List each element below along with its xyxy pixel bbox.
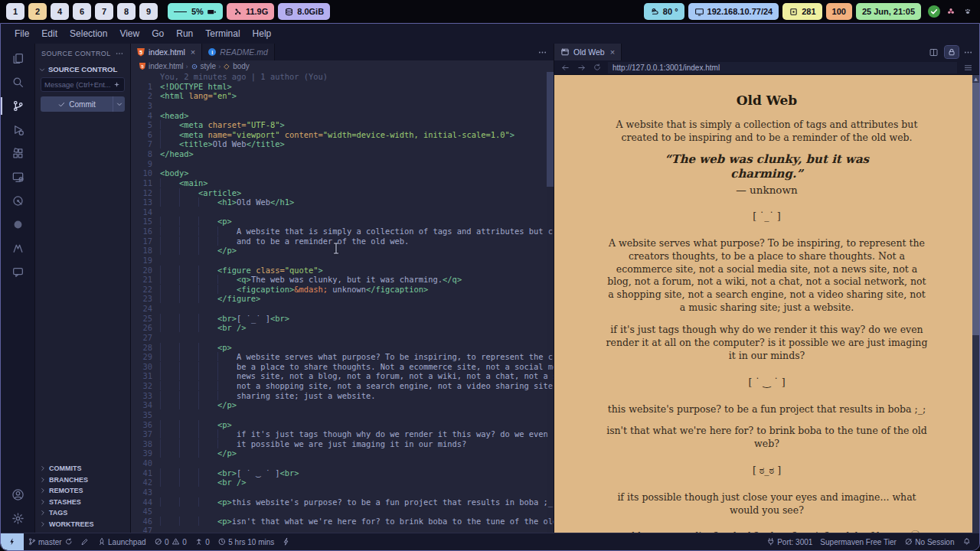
code-editor[interactable]: You, 2 minutes ago | 1 author (You)1<!DO… — [131, 72, 554, 533]
activity-remote-explorer[interactable] — [1, 165, 34, 189]
activity-extensions[interactable] — [1, 142, 34, 165]
line-number: 7 — [131, 139, 160, 149]
editor-group: 5 index.html × i README.md 5index.html›s… — [131, 44, 554, 533]
menu-item-view[interactable]: View — [113, 26, 145, 41]
commit-message-input[interactable] — [44, 80, 110, 89]
activity-source-control[interactable] — [1, 94, 34, 118]
more-actions-icon[interactable] — [115, 49, 124, 58]
line-number: 19 — [131, 256, 160, 266]
editor-scrollbar-thumb[interactable] — [547, 72, 554, 187]
network-text: 192.168.10.77/24 — [707, 7, 773, 16]
workspace-button-7[interactable]: 7 — [95, 3, 113, 20]
hamburger-menu-icon[interactable] — [963, 63, 973, 73]
workspace-button-8[interactable]: 8 — [117, 3, 136, 20]
preview-scrollbar[interactable]: ▲ — [972, 75, 979, 533]
statusbar-supermaven-status[interactable]: Supermaven Free Tier — [816, 533, 900, 550]
commit-dropdown[interactable] — [113, 96, 125, 112]
activity-accounts[interactable] — [1, 485, 34, 509]
breadcrumb-item-style[interactable]: style — [201, 62, 217, 70]
tab-index-html[interactable]: 5 index.html × — [131, 44, 202, 60]
statusbar-launchpad[interactable]: Launchpad — [93, 533, 150, 550]
breadcrumb-item-body[interactable]: body — [233, 62, 250, 70]
activity-live-share[interactable] — [1, 189, 34, 213]
battery-badge[interactable]: 5% — [168, 3, 223, 20]
statusbar-notifications[interactable] — [959, 533, 975, 550]
workspace-button-9[interactable]: 9 — [139, 3, 158, 20]
statusbar-wakatime[interactable]: 5 hrs 10 mins — [214, 533, 279, 550]
sidebar-title: SOURCE CONTROL — [41, 50, 111, 57]
statusbar-gitlens[interactable] — [77, 533, 93, 550]
activity-run-and-debug[interactable] — [1, 118, 34, 142]
network-badge[interactable]: 192.168.10.77/24 — [688, 3, 779, 20]
preview-scrollbar-thumb[interactable] — [972, 83, 979, 335]
tab-label: README.md — [220, 47, 267, 57]
section-tags[interactable]: TAGS — [35, 507, 130, 519]
indent-guide — [160, 468, 217, 478]
editor-scrollbar[interactable] — [547, 72, 554, 533]
statusbar-power-mode[interactable] — [278, 533, 295, 550]
menu-item-edit[interactable]: Edit — [35, 26, 64, 41]
updates-badge[interactable]: 281 — [782, 3, 822, 20]
workspace-button-6[interactable]: 6 — [73, 3, 91, 20]
section-worktrees[interactable]: WORKTREES — [35, 519, 130, 530]
tray-flower[interactable] — [945, 5, 957, 18]
indent-guide — [160, 497, 217, 507]
activity-search[interactable] — [1, 70, 34, 94]
activity-supermaven[interactable] — [1, 236, 34, 260]
back-icon[interactable] — [560, 63, 570, 73]
commit-button[interactable]: Commit — [41, 96, 125, 112]
editor-more-actions[interactable] — [531, 44, 554, 60]
datetime-badge[interactable]: 25 Jun, 21:05 — [856, 3, 921, 20]
memory-badge[interactable]: 11.9G — [227, 3, 274, 20]
activity-chat[interactable] — [1, 260, 34, 284]
split-editor-icon[interactable] — [926, 46, 940, 58]
tab-readme-md[interactable]: i README.md — [202, 44, 274, 60]
statusbar-feedback[interactable]: 0 — [191, 533, 214, 550]
statusbar-port[interactable]: Port: 3001 — [763, 533, 817, 550]
workspace-button-4[interactable]: 4 — [51, 3, 69, 20]
menu-item-help[interactable]: Help — [247, 26, 278, 41]
activity-settings[interactable] — [1, 509, 34, 533]
line-content — [160, 507, 554, 517]
activity-explorer[interactable] — [1, 47, 34, 70]
menu-item-go[interactable]: Go — [145, 26, 170, 41]
menu-item-selection[interactable]: Selection — [64, 26, 113, 41]
reload-icon[interactable] — [593, 63, 602, 72]
line-number: 35 — [131, 410, 160, 420]
forward-icon[interactable] — [577, 63, 586, 73]
tray-paw[interactable] — [962, 5, 974, 18]
tab-old-web-preview[interactable]: Old Web × — [554, 44, 622, 60]
menu-item-run[interactable]: Run — [170, 26, 199, 41]
close-icon[interactable]: × — [191, 47, 195, 57]
menu-item-terminal[interactable]: Terminal — [199, 26, 246, 41]
statusbar-remote-indicator[interactable] — [1, 533, 24, 550]
statusbar-problems[interactable]: 00 — [150, 533, 191, 550]
more-actions-icon[interactable] — [963, 47, 973, 57]
menu-item-file[interactable]: File — [8, 26, 35, 41]
workspace-button-1[interactable]: 1 — [6, 3, 24, 20]
scroll-up-arrow[interactable]: ▲ — [972, 75, 979, 82]
indent-guide — [160, 517, 217, 526]
disk-badge[interactable]: 8.0GiB — [278, 3, 330, 20]
tray-check[interactable] — [928, 5, 940, 18]
code-line: 25 <br>[ ˙_˙ ]<br> — [131, 314, 554, 324]
source-control-section-row[interactable]: SOURCE CONTROL — [35, 64, 130, 75]
url-input[interactable]: http://127.0.0.1:3001/index.html — [608, 62, 957, 73]
token: A website serves what purpose? To be ins… — [237, 352, 554, 361]
breadcrumb-item-indexhtml[interactable]: index.html — [149, 62, 184, 70]
close-icon[interactable]: × — [610, 47, 615, 57]
section-remotes[interactable]: REMOTES — [35, 485, 130, 497]
browser-icon — [560, 47, 570, 57]
volume-badge[interactable]: 100 — [826, 3, 852, 20]
section-commits[interactable]: COMMITS — [35, 463, 130, 474]
section-stashes[interactable]: STASHES — [35, 497, 130, 508]
lock-icon[interactable] — [945, 46, 959, 58]
weather-badge[interactable]: 80 ° — [644, 3, 684, 20]
activity-docker[interactable] — [1, 213, 34, 236]
sparkle-icon[interactable] — [113, 80, 121, 89]
statusbar-git-branch[interactable]: master — [24, 533, 77, 550]
code-line: 46 <p>isn't that what we're here for? to… — [131, 517, 554, 527]
workspace-button-2[interactable]: 2 — [28, 3, 47, 20]
statusbar-session[interactable]: No Session — [900, 533, 959, 550]
section-branches[interactable]: BRANCHES — [35, 474, 130, 486]
